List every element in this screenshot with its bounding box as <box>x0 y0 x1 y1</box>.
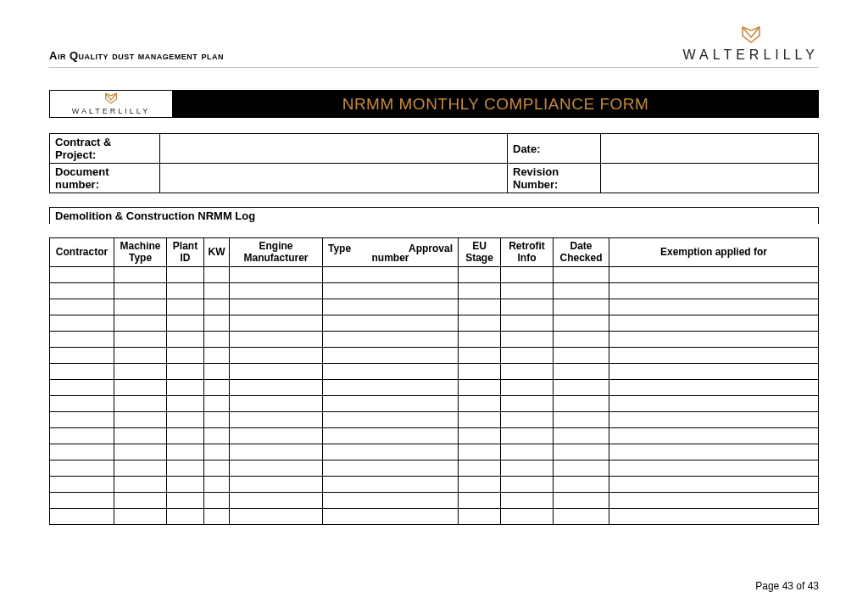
table-cell[interactable] <box>230 396 323 412</box>
table-cell[interactable] <box>50 444 114 460</box>
table-cell[interactable] <box>459 380 501 396</box>
table-cell[interactable] <box>323 460 459 477</box>
table-cell[interactable] <box>609 477 819 493</box>
table-cell[interactable] <box>554 444 609 460</box>
table-cell[interactable] <box>204 444 230 460</box>
table-cell[interactable] <box>609 364 819 380</box>
table-cell[interactable] <box>50 396 114 412</box>
table-cell[interactable] <box>554 396 609 412</box>
table-cell[interactable] <box>554 332 609 348</box>
table-cell[interactable] <box>230 348 323 364</box>
table-cell[interactable] <box>459 493 501 509</box>
table-cell[interactable] <box>323 267 459 283</box>
table-cell[interactable] <box>167 493 204 509</box>
table-cell[interactable] <box>459 509 501 525</box>
contract-project-value[interactable] <box>160 134 508 164</box>
table-cell[interactable] <box>204 493 230 509</box>
table-cell[interactable] <box>204 283 230 299</box>
table-cell[interactable] <box>609 460 819 477</box>
table-cell[interactable] <box>114 315 167 332</box>
table-cell[interactable] <box>230 509 323 525</box>
table-cell[interactable] <box>114 460 167 477</box>
table-cell[interactable] <box>114 299 167 315</box>
table-cell[interactable] <box>459 460 501 477</box>
table-cell[interactable] <box>459 283 501 299</box>
table-cell[interactable] <box>459 348 501 364</box>
table-cell[interactable] <box>114 428 167 444</box>
table-cell[interactable] <box>501 460 554 477</box>
table-cell[interactable] <box>323 396 459 412</box>
table-cell[interactable] <box>501 493 554 509</box>
table-cell[interactable] <box>501 477 554 493</box>
table-cell[interactable] <box>230 412 323 428</box>
table-cell[interactable] <box>459 396 501 412</box>
table-cell[interactable] <box>230 444 323 460</box>
table-cell[interactable] <box>50 332 114 348</box>
table-cell[interactable] <box>167 283 204 299</box>
table-cell[interactable] <box>323 283 459 299</box>
table-cell[interactable] <box>501 299 554 315</box>
table-cell[interactable] <box>323 380 459 396</box>
table-cell[interactable] <box>230 493 323 509</box>
table-cell[interactable] <box>50 509 114 525</box>
table-cell[interactable] <box>230 477 323 493</box>
table-cell[interactable] <box>114 332 167 348</box>
table-cell[interactable] <box>50 460 114 477</box>
table-cell[interactable] <box>204 412 230 428</box>
table-cell[interactable] <box>167 299 204 315</box>
table-cell[interactable] <box>554 477 609 493</box>
table-cell[interactable] <box>50 412 114 428</box>
table-cell[interactable] <box>50 348 114 364</box>
table-cell[interactable] <box>230 332 323 348</box>
table-cell[interactable] <box>50 364 114 380</box>
table-cell[interactable] <box>554 428 609 444</box>
table-cell[interactable] <box>501 428 554 444</box>
table-cell[interactable] <box>501 364 554 380</box>
table-cell[interactable] <box>50 283 114 299</box>
table-cell[interactable] <box>609 380 819 396</box>
table-cell[interactable] <box>50 299 114 315</box>
table-cell[interactable] <box>114 477 167 493</box>
table-cell[interactable] <box>167 315 204 332</box>
table-cell[interactable] <box>204 299 230 315</box>
table-cell[interactable] <box>459 428 501 444</box>
table-cell[interactable] <box>204 380 230 396</box>
table-cell[interactable] <box>230 460 323 477</box>
table-cell[interactable] <box>114 444 167 460</box>
table-cell[interactable] <box>167 396 204 412</box>
table-cell[interactable] <box>167 380 204 396</box>
table-cell[interactable] <box>554 364 609 380</box>
table-cell[interactable] <box>554 348 609 364</box>
table-cell[interactable] <box>501 332 554 348</box>
table-cell[interactable] <box>501 315 554 332</box>
table-cell[interactable] <box>167 267 204 283</box>
table-cell[interactable] <box>230 364 323 380</box>
table-cell[interactable] <box>204 348 230 364</box>
table-cell[interactable] <box>609 509 819 525</box>
table-cell[interactable] <box>114 267 167 283</box>
revision-value[interactable] <box>601 164 819 193</box>
table-cell[interactable] <box>167 348 204 364</box>
table-cell[interactable] <box>501 509 554 525</box>
table-cell[interactable] <box>459 315 501 332</box>
table-cell[interactable] <box>204 477 230 493</box>
table-cell[interactable] <box>167 364 204 380</box>
table-cell[interactable] <box>114 348 167 364</box>
table-cell[interactable] <box>167 509 204 525</box>
table-cell[interactable] <box>459 332 501 348</box>
table-cell[interactable] <box>204 509 230 525</box>
table-cell[interactable] <box>50 428 114 444</box>
table-cell[interactable] <box>554 315 609 332</box>
date-value[interactable] <box>601 134 819 164</box>
table-cell[interactable] <box>204 428 230 444</box>
table-cell[interactable] <box>167 477 204 493</box>
table-cell[interactable] <box>554 412 609 428</box>
table-cell[interactable] <box>554 493 609 509</box>
doc-number-value[interactable] <box>160 164 508 193</box>
table-cell[interactable] <box>114 412 167 428</box>
table-cell[interactable] <box>230 267 323 283</box>
table-cell[interactable] <box>323 428 459 444</box>
table-cell[interactable] <box>554 460 609 477</box>
table-cell[interactable] <box>167 412 204 428</box>
table-cell[interactable] <box>459 477 501 493</box>
